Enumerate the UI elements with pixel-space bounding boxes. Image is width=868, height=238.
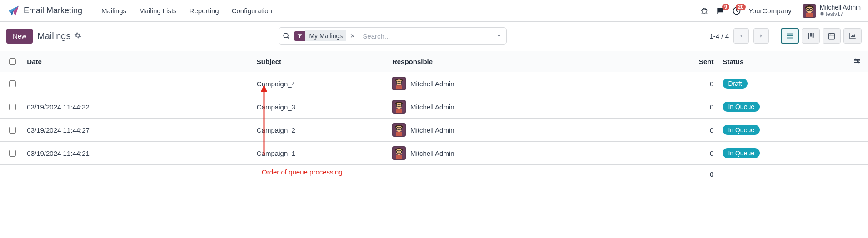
table-row[interactable]: 03/19/2024 11:44:32Campaign_3Mitchell Ad… <box>0 95 868 119</box>
col-status[interactable]: Status <box>718 51 846 72</box>
nav-mailings[interactable]: Mailings <box>101 7 126 15</box>
footer-sent-total: 0 <box>689 165 718 184</box>
row-checkbox[interactable] <box>9 127 16 134</box>
status-badge: In Queue <box>723 125 760 135</box>
avatar-icon <box>392 100 406 114</box>
user-name: Mitchell Admin <box>820 4 861 11</box>
nav-reporting[interactable]: Reporting <box>190 7 219 15</box>
view-kanban-icon[interactable] <box>802 28 820 44</box>
nav-mailing-lists[interactable]: Mailing Lists <box>139 7 177 15</box>
pager-next[interactable] <box>753 28 769 44</box>
user-menu[interactable]: Mitchell Admin testv17 <box>803 4 861 18</box>
cell-date: 03/19/2024 11:44:32 <box>24 95 252 119</box>
cell-sent: 0 <box>689 72 718 95</box>
search-options-toggle[interactable] <box>491 28 506 44</box>
cell-responsible: Mitchell Admin <box>410 149 454 157</box>
status-badge: Draft <box>723 79 747 89</box>
app-title: Email Marketing <box>24 6 82 15</box>
view-list-icon[interactable] <box>781 28 799 44</box>
search-box[interactable]: My Mailings ✕ <box>279 27 507 45</box>
select-all-checkbox[interactable] <box>9 58 16 65</box>
row-checkbox[interactable] <box>9 104 16 110</box>
cell-date <box>24 72 252 95</box>
col-subject[interactable]: Subject <box>252 51 388 72</box>
svg-line-12 <box>288 37 289 39</box>
breadcrumb: Mailings <box>37 31 81 41</box>
svg-point-11 <box>284 33 289 38</box>
avatar-icon <box>803 4 816 18</box>
table-row[interactable]: 03/19/2024 11:44:27Campaign_2Mitchell Ad… <box>0 119 868 142</box>
systray: 9 20 YourCompany Mitchell Admin testv17 <box>700 4 861 18</box>
mailings-table: Date Subject Responsible Sent Status Cam… <box>0 51 868 183</box>
cell-responsible: Mitchell Admin <box>410 103 454 111</box>
status-badge: In Queue <box>723 148 760 158</box>
cell-subject: Campaign_1 <box>252 142 388 165</box>
debug-icon[interactable] <box>700 7 708 15</box>
cell-sent: 0 <box>689 142 718 165</box>
cell-subject: Campaign_3 <box>252 95 388 119</box>
activities-icon[interactable]: 20 <box>732 6 741 15</box>
pager: 1-4 / 4 <box>709 28 769 44</box>
svg-point-27 <box>857 60 858 62</box>
svg-rect-16 <box>808 33 809 39</box>
activities-badge: 20 <box>736 4 746 10</box>
breadcrumb-title: Mailings <box>37 31 70 41</box>
avatar-icon <box>392 123 406 137</box>
filter-chip: My Mailings ✕ <box>294 30 359 41</box>
col-date[interactable]: Date <box>24 51 252 72</box>
control-panel: New Mailings My Mailings ✕ 1-4 / 4 <box>0 22 868 51</box>
table-row[interactable]: Campaign_4Mitchell Admin0Draft <box>0 72 868 95</box>
view-switcher <box>781 28 862 44</box>
cell-responsible: Mitchell Admin <box>410 126 454 134</box>
pager-prev[interactable] <box>733 28 749 44</box>
filter-chip-remove[interactable]: ✕ <box>346 30 359 41</box>
cell-sent: 0 <box>689 119 718 142</box>
svg-rect-18 <box>813 33 814 38</box>
svg-rect-17 <box>810 33 812 37</box>
cell-responsible: Mitchell Admin <box>410 80 454 88</box>
pager-counter: 1-4 / 4 <box>709 32 729 40</box>
cell-subject: Campaign_2 <box>252 119 388 142</box>
annotation-text: Order of queue processing <box>262 168 343 176</box>
svg-rect-19 <box>828 34 835 39</box>
col-responsible[interactable]: Responsible <box>388 51 689 72</box>
top-nav: Email Marketing Mailings Mailing Lists R… <box>0 0 868 22</box>
row-checkbox[interactable] <box>9 80 16 87</box>
search-input[interactable] <box>359 32 491 40</box>
view-graph-icon[interactable] <box>843 28 862 44</box>
messages-badge: 9 <box>722 4 729 10</box>
db-name: testv17 <box>820 11 861 17</box>
svg-point-28 <box>858 62 859 63</box>
new-button[interactable]: New <box>6 29 33 44</box>
optional-columns-icon[interactable] <box>853 58 861 66</box>
database-icon <box>820 12 824 16</box>
avatar-icon <box>392 146 406 160</box>
cell-subject: Campaign_4 <box>252 72 388 95</box>
app-logo-icon <box>7 5 20 17</box>
cell-date: 03/19/2024 11:44:21 <box>24 142 252 165</box>
messages-icon[interactable]: 9 <box>716 6 725 15</box>
row-checkbox[interactable] <box>9 150 16 157</box>
company-switcher[interactable]: YourCompany <box>748 7 792 15</box>
search-icon <box>279 32 294 40</box>
funnel-icon <box>294 31 305 41</box>
avatar-icon <box>392 77 406 90</box>
table-row[interactable]: 03/19/2024 11:44:21Campaign_1Mitchell Ad… <box>0 142 868 165</box>
gear-icon[interactable] <box>74 32 81 40</box>
nav-configuration[interactable]: Configuration <box>232 7 272 15</box>
filter-chip-label: My Mailings <box>305 30 346 41</box>
cell-date: 03/19/2024 11:44:27 <box>24 119 252 142</box>
svg-point-26 <box>855 59 856 60</box>
status-badge: In Queue <box>723 102 760 112</box>
col-sent[interactable]: Sent <box>689 51 718 72</box>
view-calendar-icon[interactable] <box>823 28 841 44</box>
cell-sent: 0 <box>689 95 718 119</box>
